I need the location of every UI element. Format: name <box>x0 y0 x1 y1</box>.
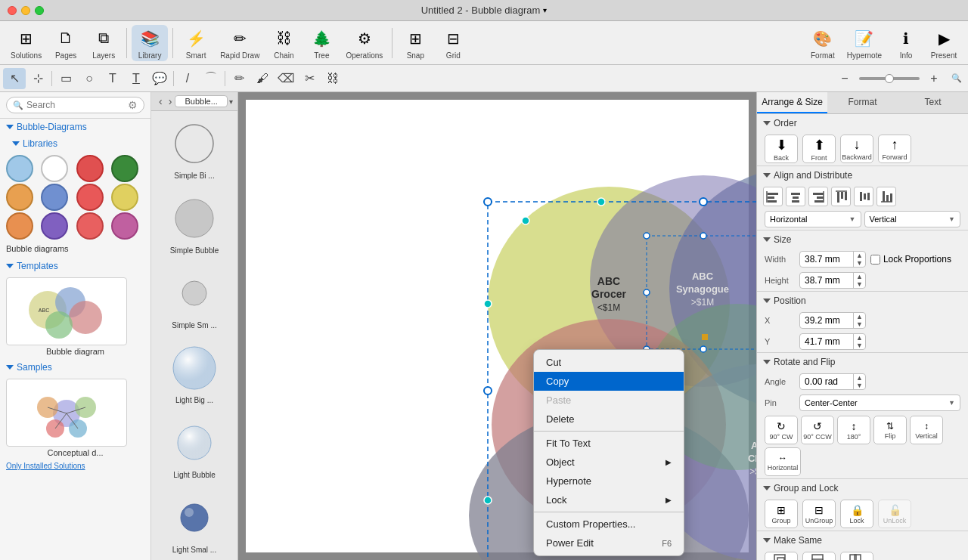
lock-button[interactable]: 🔒 Lock <box>840 500 873 528</box>
bubble-cell-2[interactable] <box>76 155 104 182</box>
minimize-button[interactable] <box>21 6 30 15</box>
menu-hypernote[interactable]: Hypernote <box>534 472 684 490</box>
bubble-cell-4[interactable] <box>6 184 33 211</box>
y-decrement[interactable]: ▼ <box>854 342 865 349</box>
nav-forward-arrow[interactable]: › <box>166 95 175 107</box>
lock-proportions-checkbox[interactable] <box>870 255 880 265</box>
snap-button[interactable]: ⊞ Snap <box>397 25 433 61</box>
forward-button[interactable]: ↑ Forward <box>878 135 911 163</box>
breadcrumb[interactable]: Bubble... <box>175 95 228 107</box>
x-input[interactable] <box>800 315 853 326</box>
rotate-180-button[interactable]: ↕ 180° <box>837 416 870 444</box>
bubble-cell-1[interactable] <box>41 155 68 182</box>
bubble-cell-8[interactable] <box>6 212 33 240</box>
x-decrement[interactable]: ▼ <box>854 320 865 328</box>
maximize-button[interactable] <box>35 6 44 15</box>
bubble-cell-7[interactable] <box>111 184 138 211</box>
group-lock-header[interactable]: Group and Lock <box>757 479 968 497</box>
callout-tool[interactable]: 💬 <box>148 68 171 89</box>
tab-format[interactable]: Format <box>827 92 898 113</box>
pages-button[interactable]: 🗋 Pages <box>48 25 84 61</box>
bubble-cell-0[interactable] <box>6 155 33 182</box>
installed-solutions-link[interactable]: Only Installed Solutions <box>6 462 144 470</box>
rotate-90ccw-button[interactable]: ↺ 90° CCW <box>801 416 834 444</box>
info-button[interactable]: ℹ Info <box>888 25 924 61</box>
flip-horizontal-button[interactable]: ↔ Horizontal <box>765 447 801 476</box>
angle-decrement[interactable]: ▼ <box>854 382 865 389</box>
select-tool[interactable]: ↖ <box>3 68 26 89</box>
nav-back-arrow[interactable]: ‹ <box>156 95 166 107</box>
height-decrement[interactable]: ▼ <box>854 280 865 288</box>
flip-vertical-button[interactable]: ↕ Vertical <box>910 416 943 444</box>
vertical-dropdown[interactable]: Vertical ▼ <box>864 211 961 227</box>
templates-header[interactable]: Templates <box>0 258 150 274</box>
grid-button[interactable]: ⊟ Grid <box>435 25 471 61</box>
title-dropdown-icon[interactable]: ▾ <box>543 6 547 14</box>
rich-text-tool[interactable]: T <box>125 68 147 89</box>
breadcrumb-dropdown-icon[interactable]: ▾ <box>229 97 233 106</box>
direct-select-tool[interactable]: ⊹ <box>26 68 49 89</box>
library-button[interactable]: 📚 Library <box>132 25 168 61</box>
rotate-header[interactable]: Rotate and Flip <box>757 353 968 371</box>
align-bottom-button[interactable] <box>876 187 896 206</box>
size-header[interactable]: Size <box>757 230 968 249</box>
width-increment[interactable]: ▲ <box>854 252 865 259</box>
align-right-button[interactable] <box>808 187 828 206</box>
menu-paste[interactable]: Paste <box>534 391 684 410</box>
bubble-diagram-template[interactable]: ABC Bubble diagram <box>0 274 150 359</box>
bubble-cell-3[interactable] <box>111 155 138 182</box>
chain-button[interactable]: ⛓ Chain <box>265 25 302 61</box>
flip-button[interactable]: ⇅ Flip <box>873 416 907 444</box>
position-header[interactable]: Position <box>757 292 968 310</box>
rapid-draw-button[interactable]: ✏ Rapid Draw <box>216 25 264 61</box>
menu-object[interactable]: Object ▶ <box>534 453 684 472</box>
unlock-button[interactable]: 🔓 UnLock <box>878 500 911 528</box>
width-input[interactable] <box>800 254 853 265</box>
shape-light-small[interactable]: Light Smal ... <box>151 485 237 560</box>
eraser-tool[interactable]: ⌫ <box>275 68 297 89</box>
make-same-header[interactable]: Make Same <box>757 531 968 549</box>
tab-arrange-size[interactable]: Arrange & Size <box>757 92 827 113</box>
brush-tool[interactable]: 🖌 <box>251 68 274 89</box>
make-same-size-button[interactable]: Size <box>765 552 798 560</box>
smart-button[interactable]: ⚡ Smart <box>178 25 214 61</box>
order-header[interactable]: Order <box>757 114 968 132</box>
align-header[interactable]: Align and Distribute <box>757 166 968 184</box>
width-decrement[interactable]: ▼ <box>854 259 865 267</box>
group-button[interactable]: ⊞ Group <box>765 500 798 528</box>
front-button[interactable]: ⬆ Front <box>802 135 836 163</box>
ellipse-tool[interactable]: ○ <box>78 68 101 89</box>
back-button[interactable]: ⬇ Back <box>765 135 798 163</box>
bubble-cell-11[interactable] <box>111 212 138 240</box>
line-tool[interactable]: / <box>176 68 199 89</box>
height-input[interactable] <box>800 275 853 286</box>
align-left-button[interactable] <box>763 187 783 206</box>
shape-simple-bi[interactable]: Simple Bi ... <box>151 111 237 186</box>
shape-light-big[interactable]: Light Big ... <box>151 336 237 410</box>
solutions-button[interactable]: ⊞ Solutions <box>6 25 46 61</box>
pin-dropdown[interactable]: Center-Center ▼ <box>799 394 960 411</box>
bubble-diagrams-header[interactable]: bubble-diagrams <box>0 119 150 135</box>
tab-text[interactable]: Text <box>898 92 968 113</box>
bubble-cell-5[interactable] <box>41 184 68 211</box>
y-increment[interactable]: ▲ <box>854 334 865 342</box>
menu-power-edit[interactable]: Power Edit F6 <box>534 534 684 552</box>
samples-header[interactable]: Samples <box>0 359 150 376</box>
present-button[interactable]: ▶ Present <box>926 25 962 61</box>
search-input[interactable] <box>26 100 125 110</box>
align-top-button[interactable] <box>831 187 851 206</box>
rotate-90cw-button[interactable]: ↻ 90° CW <box>765 416 798 444</box>
menu-cut[interactable]: Cut <box>534 353 684 372</box>
ungroup-button[interactable]: ⊟ UnGroup <box>802 500 836 528</box>
canvas-area[interactable]: ABC Grocer <$1M ABC Education Institutio… <box>238 92 756 560</box>
close-button[interactable] <box>8 6 17 15</box>
menu-custom-properties[interactable]: Custom Properties... <box>534 515 684 534</box>
scissors-tool[interactable]: ✂ <box>298 68 321 89</box>
backward-button[interactable]: ↓ Backward <box>840 135 873 163</box>
operations-button[interactable]: ⚙ Operations <box>341 25 387 61</box>
shape-simple-sm[interactable]: Simple Sm ... <box>151 261 237 336</box>
bubble-cell-9[interactable] <box>41 212 68 240</box>
menu-delete[interactable]: Delete <box>534 410 684 429</box>
angle-increment[interactable]: ▲ <box>854 374 865 382</box>
arc-tool[interactable]: ⌒ <box>200 68 222 89</box>
